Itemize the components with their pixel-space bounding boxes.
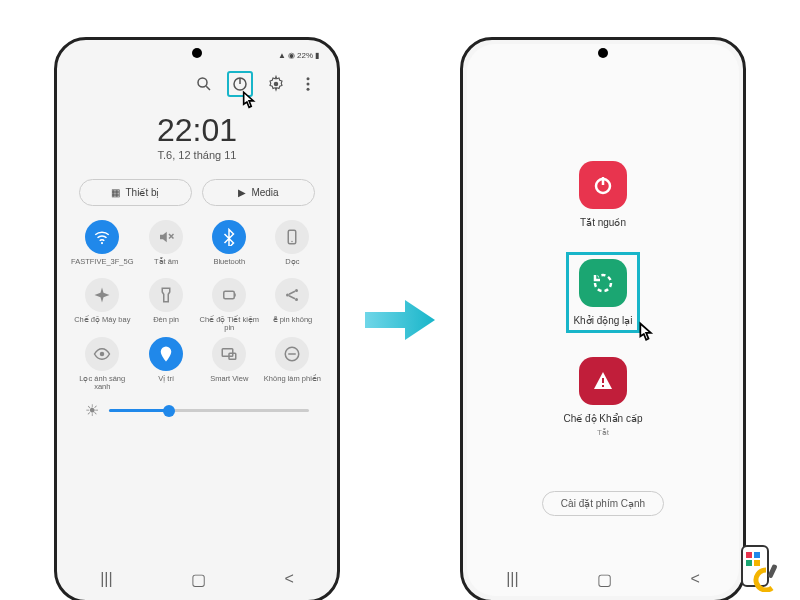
media-label: Media [251, 187, 278, 198]
svg-rect-31 [746, 552, 752, 558]
clock-date: T.6, 12 tháng 11 [61, 149, 333, 161]
devices-button[interactable]: ▦Thiết bị [79, 179, 192, 206]
share-icon [275, 278, 309, 312]
more-icon[interactable] [299, 75, 317, 93]
search-icon[interactable] [195, 75, 213, 93]
qs-tile-share[interactable]: ẽ pin không [262, 278, 323, 333]
phone-left: ▲ ◉ 22% ▮ 22:01 T.6, 12 tháng 11 ▦Thiết … [54, 37, 340, 600]
cursor-icon [235, 89, 261, 115]
qs-tile-flashlight[interactable]: Đèn pin [136, 278, 197, 333]
nav-recent[interactable]: ||| [506, 570, 518, 588]
svg-point-4 [274, 82, 279, 87]
svg-rect-32 [754, 552, 760, 558]
svg-point-17 [295, 298, 298, 301]
qs-label: Dọc [285, 258, 299, 274]
qs-label: Đèn pin [153, 316, 179, 332]
emergency-sublabel: Tắt [597, 428, 609, 437]
qs-tile-portrait[interactable]: Dọc [262, 220, 323, 274]
smartview-icon [212, 337, 246, 371]
qs-label: Không làm phiền [264, 375, 321, 391]
phone-right: Tắt nguồn Khởi động lại Chế độ Khẩn cấp … [460, 37, 746, 600]
restart-button[interactable]: Khởi động lại [566, 252, 639, 333]
cursor-icon [631, 320, 659, 348]
watermark-logo [728, 542, 792, 592]
qs-tile-eye[interactable]: Lọc ánh sáng xanh [71, 337, 134, 392]
nav-back[interactable]: < [284, 570, 293, 588]
svg-point-8 [101, 242, 103, 244]
svg-line-1 [206, 86, 210, 90]
airplane-icon [85, 278, 119, 312]
qs-label: ẽ pin không [273, 316, 313, 332]
status-bar: ▲ ◉ 22% ▮ [61, 44, 333, 66]
battery-text: 22% [297, 51, 313, 60]
qs-tile-mute[interactable]: Tắt âm [136, 220, 197, 274]
qs-tile-wifi[interactable]: FASTFIVE_3F_5G [71, 220, 134, 274]
qs-tile-dnd[interactable]: Không làm phiền [262, 337, 323, 392]
qs-tile-airplane[interactable]: Chế độ Máy bay [71, 278, 134, 333]
arrow-icon [360, 290, 440, 350]
svg-rect-34 [754, 560, 760, 566]
nav-recent[interactable]: ||| [100, 570, 112, 588]
dnd-icon [275, 337, 309, 371]
wifi-icon [85, 220, 119, 254]
nav-home[interactable]: ▢ [191, 570, 206, 589]
qs-tile-bluetooth[interactable]: Bluetooth [199, 220, 260, 274]
wifi-icon: ◉ [288, 51, 295, 60]
battery-icon: ▮ [315, 51, 319, 60]
qs-label: Chế độ Tiết kiệm pin [199, 316, 260, 333]
svg-point-12 [292, 241, 294, 243]
play-icon: ▶ [238, 187, 246, 198]
emergency-label: Chế độ Khẩn cấp [563, 413, 642, 424]
svg-rect-14 [235, 294, 237, 297]
power-off-label: Tắt nguồn [580, 217, 626, 228]
location-icon [149, 337, 183, 371]
brightness-icon: ☀ [85, 401, 99, 420]
mute-icon [149, 220, 183, 254]
power-off-button[interactable]: Tắt nguồn [579, 161, 627, 228]
svg-rect-13 [224, 291, 235, 299]
nav-home[interactable]: ▢ [597, 570, 612, 589]
svg-rect-28 [602, 378, 604, 383]
svg-point-7 [307, 88, 310, 91]
edge-settings-button[interactable]: Cài đặt phím Cạnh [542, 491, 664, 516]
svg-line-19 [289, 296, 295, 299]
qs-label: Tắt âm [154, 258, 178, 274]
svg-point-0 [198, 78, 207, 87]
emergency-button[interactable]: Chế độ Khẩn cấp Tắt [563, 357, 642, 437]
svg-point-16 [295, 289, 298, 292]
svg-point-5 [307, 77, 310, 80]
bluetooth-icon [212, 220, 246, 254]
qs-label: Smart View [210, 375, 248, 391]
qs-label: Bluetooth [213, 258, 245, 274]
qs-label: Vị trí [158, 375, 174, 391]
devices-label: Thiết bị [125, 187, 159, 198]
svg-point-20 [100, 351, 105, 356]
media-button[interactable]: ▶Media [202, 179, 315, 206]
flashlight-icon [149, 278, 183, 312]
portrait-icon [275, 220, 309, 254]
clock-time: 22:01 [61, 112, 333, 149]
qs-tile-smartview[interactable]: Smart View [199, 337, 260, 392]
nav-back[interactable]: < [690, 570, 699, 588]
qs-tile-battery[interactable]: Chế độ Tiết kiệm pin [199, 278, 260, 333]
svg-point-6 [307, 83, 310, 86]
qs-label: Chế độ Máy bay [74, 316, 130, 332]
svg-rect-33 [746, 560, 752, 566]
power-icon[interactable] [227, 71, 253, 97]
grid-icon: ▦ [111, 187, 120, 198]
eye-icon [85, 337, 119, 371]
svg-point-15 [286, 294, 289, 297]
qs-tile-location[interactable]: Vị trí [136, 337, 197, 392]
brightness-slider[interactable]: ☀ [61, 397, 333, 424]
svg-line-18 [289, 291, 295, 294]
quick-settings-grid: FASTFIVE_3F_5GTắt âmBluetoothDọcChế độ M… [61, 214, 333, 397]
restart-label: Khởi động lại [573, 315, 632, 326]
signal-icon: ▲ [278, 51, 286, 60]
battery-icon [212, 278, 246, 312]
svg-point-21 [164, 349, 168, 353]
qs-label: FASTFIVE_3F_5G [71, 258, 134, 274]
svg-rect-29 [602, 385, 604, 387]
qs-label: Lọc ánh sáng xanh [71, 375, 134, 392]
settings-icon[interactable] [267, 75, 285, 93]
